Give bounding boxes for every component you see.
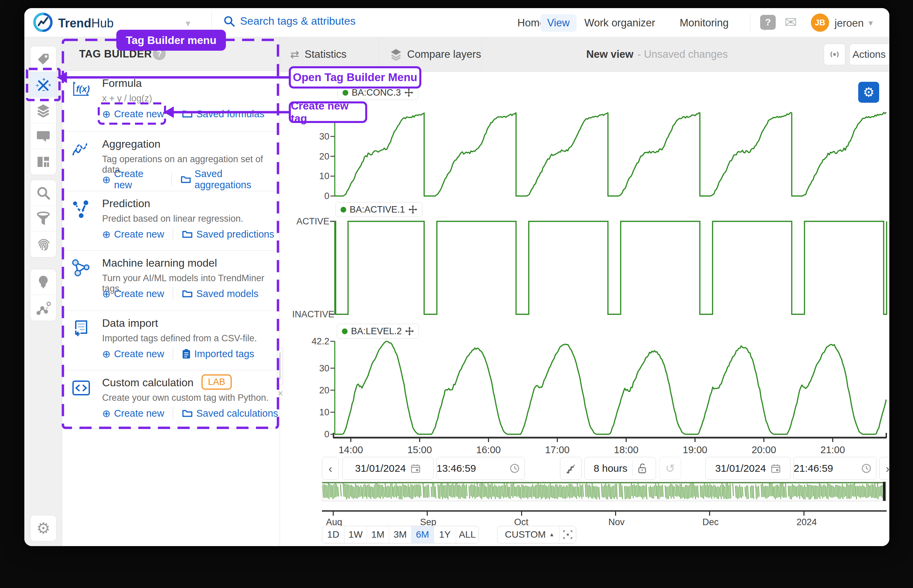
y-tick-label: 10	[292, 171, 329, 181]
range-button-1m[interactable]: 1M	[367, 526, 389, 543]
context-overview-strip[interactable]	[322, 481, 887, 501]
x-tick-label: 19:00	[683, 444, 707, 456]
chart-type-button[interactable]	[560, 457, 582, 480]
pan-left-button[interactable]: ‹	[322, 457, 339, 480]
y-tick-label: 0	[292, 429, 329, 439]
move-icon[interactable]	[405, 327, 414, 336]
panel-collapse-icon[interactable]: ✕	[277, 389, 283, 398]
user-chevron-down-icon[interactable]: ▼	[867, 19, 874, 28]
imported-tags-link[interactable]: Imported tags	[182, 348, 254, 360]
range-button-all[interactable]: ALL	[456, 526, 479, 543]
sidebar-item-fingerprint[interactable]	[31, 231, 56, 257]
chart-settings-button[interactable]: ⚙	[858, 82, 879, 103]
trendhub-logo-icon	[33, 13, 53, 32]
sidebar-item-recommendations[interactable]	[31, 269, 56, 295]
saved-calculations-link[interactable]: Saved calculations	[182, 408, 278, 419]
search-placeholder: Search tags & attributes	[240, 15, 356, 27]
search-input[interactable]: Search tags & attributes	[223, 15, 356, 27]
move-icon[interactable]	[408, 205, 417, 214]
range-button-1d[interactable]: 1D	[322, 526, 345, 543]
start-time-field[interactable]: 13:46:59	[436, 457, 525, 480]
icon-rail: ÷ + × −	[24, 37, 62, 546]
sidebar-item-layers[interactable]	[31, 98, 56, 123]
search-tool-icon	[36, 186, 51, 200]
user-menu[interactable]: jeroen	[835, 17, 864, 29]
help-icon[interactable]: ?	[760, 15, 776, 30]
actions-button[interactable]: Actions ▼	[850, 44, 889, 65]
svg-text:÷: ÷	[36, 82, 39, 88]
create-new-import-link[interactable]: ⊕ Create new	[102, 348, 164, 360]
range-button-3m[interactable]: 3M	[389, 526, 411, 543]
live-mode-button[interactable]	[824, 44, 845, 65]
range-button-6m[interactable]: 6M	[411, 526, 434, 543]
saved-models-link[interactable]: Saved models	[182, 288, 258, 299]
fx-icon: f(x)	[71, 78, 91, 99]
range-button-1w[interactable]: 1W	[345, 526, 367, 543]
series-color-dot	[342, 328, 348, 334]
clock-icon	[861, 463, 871, 473]
section-custom-calculation: Custom calculation LAB Create your own c…	[62, 370, 280, 428]
create-new-aggregation-link[interactable]: ⊕ Create new	[102, 168, 163, 191]
sidebar-item-comments[interactable]	[31, 123, 56, 149]
section-desc: Create your own custom tag with Python.	[102, 393, 269, 403]
section-title: Data import	[102, 317, 158, 330]
create-new-model-link[interactable]: ⊕ Create new	[102, 288, 164, 300]
start-date-field[interactable]: 31/01/2024	[342, 457, 434, 480]
create-new-calculation-link[interactable]: ⊕ Create new	[102, 407, 164, 419]
create-new-formula-link[interactable]: ⊕ Create new	[102, 108, 164, 120]
nav-monitoring[interactable]: Monitoring	[673, 14, 735, 32]
saved-aggregations-link[interactable]: Saved aggregations	[181, 168, 280, 191]
tag-chip-active[interactable]: BA:ACTIVE.1	[335, 202, 423, 217]
end-date-field[interactable]: 31/01/2024	[705, 457, 791, 480]
sidebar-item-filter[interactable]	[31, 206, 56, 231]
section-title: Machine learning model	[102, 257, 217, 269]
section-ml-model: Machine learning model Turn your AI/ML m…	[62, 251, 280, 311]
avatar[interactable]: JB	[811, 13, 829, 32]
brand-chevron-down-icon[interactable]: ▼	[184, 19, 192, 28]
nav-work-organizer[interactable]: Work organizer	[578, 14, 662, 32]
sidebar-item-dashboard[interactable]	[31, 149, 56, 175]
mail-icon[interactable]: ✉	[785, 13, 797, 31]
sidebar-item-tag-builder[interactable]: ÷ + × −	[31, 72, 56, 98]
sidebar-item-settings[interactable]: ⚙	[31, 515, 56, 541]
calendar-icon	[411, 463, 421, 473]
context-tick	[333, 512, 334, 516]
chevron-up-icon: ▲	[549, 531, 559, 538]
sidebar-item-search[interactable]	[31, 180, 56, 206]
header-divider	[750, 14, 750, 31]
saved-formulas-link[interactable]: Saved formulas	[182, 108, 264, 120]
custom-range-button[interactable]: CUSTOM ▲	[497, 526, 576, 543]
x-tick-label: 21:00	[820, 444, 845, 456]
create-new-prediction-link[interactable]: ⊕ Create new	[102, 228, 164, 240]
history-button[interactable]: ↺	[659, 457, 681, 480]
context-month-label: Dec	[703, 517, 719, 528]
context-tick	[709, 512, 710, 516]
duration-field[interactable]: 8 hours	[584, 457, 656, 480]
sidebar-item-context[interactable]	[31, 295, 56, 321]
context-month-label: Nov	[608, 517, 625, 528]
section-title: Formula	[102, 77, 142, 90]
series-color-dot	[340, 207, 346, 213]
sidebar-item-tags[interactable]	[31, 46, 56, 72]
tag-chip-level[interactable]: BA:LEVEL.2	[337, 324, 419, 339]
pan-right-button[interactable]: ›	[879, 457, 889, 480]
gear-icon: ⚙	[863, 85, 874, 100]
saved-predictions-link[interactable]: Saved predictions	[182, 229, 274, 240]
broadcast-icon	[829, 49, 841, 60]
fit-range-icon[interactable]	[560, 529, 576, 540]
panel-resize-handle[interactable]	[277, 347, 283, 385]
svg-text:f(x): f(x)	[76, 84, 90, 94]
lightbulb-icon	[37, 275, 50, 289]
y-tick-label: INACTIVE	[292, 309, 329, 320]
end-time-field[interactable]: 21:46:59	[793, 457, 876, 480]
gear-icon: ⚙	[36, 519, 50, 537]
range-button-1y[interactable]: 1Y	[434, 526, 456, 543]
nav-view[interactable]: View	[541, 14, 576, 32]
context-tick	[615, 512, 616, 516]
folder-icon	[182, 409, 193, 418]
move-icon[interactable]	[405, 88, 413, 97]
context-month-label: 2024	[796, 517, 817, 528]
section-title: Prediction	[102, 197, 150, 210]
tag-builder-panel: TAG BUILDER ? f(x) Formula x + y / log(z…	[62, 37, 280, 546]
lock-open-icon	[638, 463, 647, 474]
